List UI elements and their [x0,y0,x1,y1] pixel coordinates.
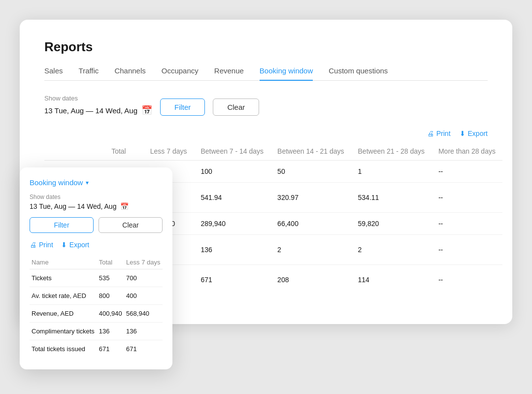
filter-row: Show dates 13 Tue, Aug — 14 Wed, Aug 📅 F… [44,95,488,116]
cell-more28: -- [432,235,502,265]
col-name [44,142,104,161]
float-calendar-icon[interactable]: 📅 [120,202,129,210]
cell-b14-21: 66,400 [270,213,351,235]
float-cell-name: Revenue, AED [30,305,97,323]
float-cell-less7: 400 [124,287,163,305]
float-table-row: Av. ticket rate, AED 800 400 [30,287,163,305]
cell-b14-21: 208 [270,265,351,295]
col-b7-14: Between 7 - 14 days [194,142,270,161]
float-cell-total: 800 [97,287,124,305]
export-link[interactable]: ⬇ Export [460,130,488,137]
float-cell-less7: 136 [124,323,163,340]
float-date-value: 13 Tue, Aug — 14 Wed, Aug [30,202,116,210]
float-cell-total: 535 [97,269,124,287]
float-print-icon: 🖨 [30,241,36,249]
col-b21-28: Between 21 - 28 days [351,142,432,161]
calendar-icon[interactable]: 📅 [141,105,152,116]
float-print-label: Print [39,241,53,249]
col-more28: More than 28 days [432,142,502,161]
float-date-row: 13 Tue, Aug — 14 Wed, Aug 📅 [30,202,163,210]
cell-b7-14: 289,940 [194,213,270,235]
float-export-icon: ⬇ [61,241,67,249]
print-label: Print [436,130,451,137]
page-title: Reports [44,39,488,55]
float-col-less7: Less 7 days [124,256,163,269]
filter-button[interactable]: Filter [160,98,205,116]
clear-button[interactable]: Clear [213,98,259,116]
floating-card: Booking window ▾ Show dates 13 Tue, Aug … [20,167,172,369]
float-cell-name: Av. ticket rate, AED [30,287,97,305]
float-show-dates-label: Show dates [30,194,163,200]
float-print-link[interactable]: 🖨 Print [30,241,53,249]
cell-more28: -- [432,265,502,295]
screen-wrapper: Reports Sales Traffic Channels Occupancy… [20,20,512,374]
float-table-row: Revenue, AED 400,940 568,940 [30,305,163,323]
float-table-row: Tickets 535 700 [30,269,163,287]
tabs-nav: Sales Traffic Channels Occupancy Revenue… [44,66,488,81]
col-b14-21: Between 14 - 21 days [270,142,351,161]
date-section: Show dates 13 Tue, Aug — 14 Wed, Aug 📅 [44,95,152,116]
cell-b21-28: 2 [351,235,432,265]
actions-row: 🖨 Print ⬇ Export [44,130,488,137]
booking-window-title: Booking window [30,178,83,187]
float-actions: 🖨 Print ⬇ Export [30,241,163,249]
cell-b7-14: 671 [194,265,270,295]
float-table-row: Complimentary tickets 136 136 [30,323,163,340]
cell-b7-14: 136 [194,235,270,265]
cell-b7-14: 100 [194,161,270,183]
cell-b21-28: 114 [351,265,432,295]
float-cell-total: 671 [97,340,124,358]
cell-b14-21: 50 [270,161,351,183]
float-cell-less7: 700 [124,269,163,287]
tab-channels[interactable]: Channels [114,66,145,81]
float-cell-less7: 671 [124,340,163,358]
print-link[interactable]: 🖨 Print [427,130,451,137]
float-export-link[interactable]: ⬇ Export [61,241,89,249]
cell-b21-28: 1 [351,161,432,183]
float-table-header: Name Total Less 7 days [30,256,163,269]
cell-b21-28: 59,820 [351,213,432,235]
show-dates-label: Show dates [44,95,152,102]
tab-revenue[interactable]: Revenue [214,66,244,81]
tab-custom-questions[interactable]: Custom questions [329,66,388,81]
float-cell-less7: 568,940 [124,305,163,323]
float-filter-button[interactable]: Filter [30,217,94,233]
cell-b14-21: 320.97 [270,183,351,213]
float-cell-name: Total tickets issued [30,340,97,358]
cell-more28: -- [432,161,502,183]
float-table-row: Total tickets issued 671 671 [30,340,163,358]
float-cell-name: Complimentary tickets [30,323,97,340]
float-export-label: Export [69,241,89,249]
chevron-down-icon: ▾ [86,179,89,186]
float-col-name: Name [30,256,97,269]
table-header-row: Total Less 7 days Between 7 - 14 days Be… [44,142,502,161]
float-col-total: Total [97,256,124,269]
cell-b14-21: 2 [270,235,351,265]
export-icon: ⬇ [460,130,466,137]
cell-b7-14: 541.94 [194,183,270,213]
float-clear-button[interactable]: Clear [99,217,163,233]
tab-booking-window[interactable]: Booking window [260,66,313,81]
col-less7: Less 7 days [143,142,194,161]
cell-b21-28: 534.11 [351,183,432,213]
print-icon: 🖨 [427,130,434,137]
booking-window-header[interactable]: Booking window ▾ [30,178,163,187]
cell-more28: -- [432,183,502,213]
tab-sales[interactable]: Sales [44,66,63,81]
tab-traffic[interactable]: Traffic [79,66,99,81]
float-cell-name: Tickets [30,269,97,287]
float-buttons-row: Filter Clear [30,217,163,233]
float-table: Name Total Less 7 days Tickets 535 700 A… [30,256,163,358]
export-label: Export [468,130,488,137]
date-value: 13 Tue, Aug — 14 Wed, Aug [44,106,137,115]
date-input-wrap: 13 Tue, Aug — 14 Wed, Aug 📅 [44,105,152,116]
cell-more28: -- [432,213,502,235]
float-cell-total: 400,940 [97,305,124,323]
col-total: Total [104,142,143,161]
float-cell-total: 136 [97,323,124,340]
tab-occupancy[interactable]: Occupancy [162,66,199,81]
